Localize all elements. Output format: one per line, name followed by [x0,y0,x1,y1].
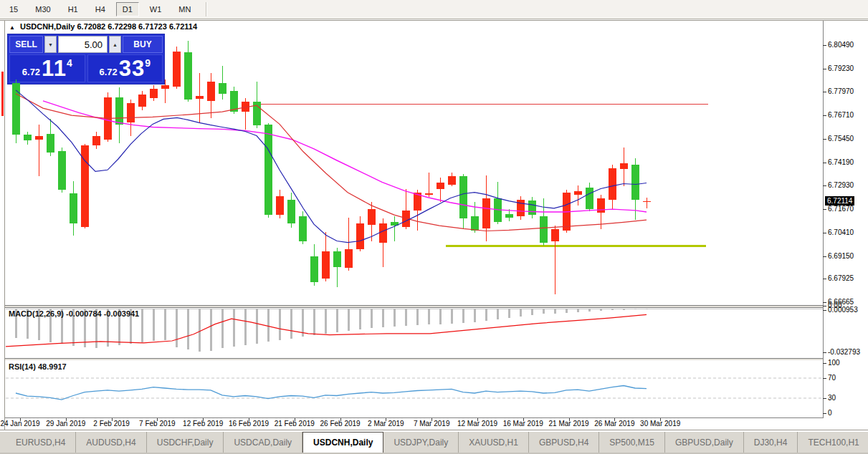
candle-body [448,176,456,185]
candle-body [345,249,353,268]
candle-body [24,135,32,140]
macd-axis-tick [823,306,826,306]
candle-body [276,196,284,215]
candle-body [471,216,479,231]
candle-body [631,165,639,200]
price-axis-tick [823,256,826,257]
chart-tab-xauusd-h1[interactable]: XAUUSD,H1 [459,432,529,453]
date-axis-tick [340,418,341,421]
candle-body [299,216,307,241]
chart-tab-usdcad-daily[interactable]: USDCAD,Daily [224,432,302,453]
price-axis-tick [823,92,826,92]
price-axis-tick [823,139,826,140]
candle-body [437,183,444,189]
date-axis-tick [112,418,113,421]
timeframe-button-m30[interactable]: M30 [29,2,57,16]
timeframe-button-mn[interactable]: MN [172,2,197,16]
date-axis-tick [431,418,432,421]
candle-body [70,193,77,223]
date-axis-tick [203,418,204,421]
price-axis-line [823,21,824,418]
macd-panel-top-border [5,307,823,308]
price-axis-label: 6.76710 [828,111,854,119]
candle-body [609,168,616,200]
chart-tab-usdchf-daily[interactable]: USDCHF,Daily [147,432,224,453]
toolbar-separator [206,2,207,16]
timeframe-button-h4[interactable]: H4 [89,2,112,16]
rsi-indicator-canvas[interactable] [6,360,823,417]
candle-body [459,176,467,218]
price-axis-label: 6.74190 [828,158,854,166]
rsi-splitter[interactable] [5,359,823,360]
candle-body [196,96,204,99]
date-axis-tick [569,418,570,421]
rsi-panel-bottom-border [5,417,823,418]
rsi-header: RSI(14) 48.9917 [9,362,67,371]
date-axis-tick [66,418,67,421]
price-axis-tick [823,115,826,116]
rsi-axis-tick [823,398,826,399]
chart-tab-eurusd-h4[interactable]: EURUSD,H4 [6,432,76,453]
chart-tab-gbpusd-daily[interactable]: GBPUSD,Daily [665,432,744,453]
candle-body [356,223,364,249]
rsi-axis-tick [823,363,826,364]
chart-frame-top [0,20,868,21]
chart-tab-dj30-h4[interactable]: DJ30,H4 [744,432,798,453]
candle-body [207,82,215,100]
chart-tab-bar: EURUSD,H4AUDUSD,H4USDCHF,DailyUSDCAD,Dai… [0,431,868,453]
timeframe-button-15[interactable]: 15 [3,2,24,16]
date-axis-tick [523,418,524,421]
candle-body [620,163,628,169]
candle-body [597,198,605,213]
mt4-terminal: 15M30H1H4D1W1MN ▲ USDCNH,Daily 6.72082 6… [0,0,868,454]
chart-frame-bottom [0,430,868,430]
candle-body [184,52,192,100]
macd-header: MACD(12,26,9) -0.000784 -0.003941 [9,309,139,318]
date-axis-tick [157,418,158,421]
macd-axis-label: 0.000953 [828,306,858,314]
macd-axis-tick [823,352,826,353]
candle-body [264,125,272,215]
candle-body [115,97,123,125]
price-axis-tick [823,185,826,186]
timeframe-toolbar: 15M30H1H4D1W1MN [0,0,868,19]
candle-body [12,83,20,135]
rsi-axis-label: 70 [828,374,836,382]
candle-body [138,95,146,107]
rsi-line [16,386,647,400]
rsi-name-label: RSI(14) [9,362,36,371]
date-axis-tick [20,418,21,421]
chart-tab-tech100-h1[interactable]: TECH100,H1 [798,432,868,453]
rsi-axis-label: 0 [828,409,832,417]
rsi-axis-label: 100 [828,359,840,367]
candle-body [540,216,548,243]
candle-body [58,151,66,190]
candle-body [551,229,559,241]
candle-body [173,52,181,87]
price-axis-label: 6.75450 [828,135,854,143]
chart-tab-sp500-m15[interactable]: SP500,M15 [599,432,665,453]
candle-body [643,201,651,203]
timeframe-button-d1[interactable]: D1 [116,2,139,16]
candle-body [482,198,490,228]
price-axis-tick [823,69,826,69]
rsi-axis-tick [823,413,826,414]
timeframe-button-w1[interactable]: W1 [143,2,168,16]
chart-tab-audusd-h4[interactable]: AUDUSD,H4 [76,432,146,453]
price-axis-tick [823,45,826,46]
chart-tab-usdcnh-daily[interactable]: USDCNH,Daily [302,432,383,453]
price-axis-label: 6.71670 [828,205,854,213]
timeframe-button-h1[interactable]: H1 [62,2,85,16]
candle-body [287,200,295,223]
candle-body [379,223,387,243]
price-chart-canvas[interactable] [0,21,823,305]
rsi-axis-label: 30 [828,394,836,402]
date-axis-tick [660,418,661,421]
candle-body [230,91,238,112]
price-axis-label: 6.69150 [828,252,854,260]
chart-tab-gbpusd-h4[interactable]: GBPUSD,H4 [529,432,599,453]
chart-tab-usdjpy-daily[interactable]: USDJPY,Daily [383,432,459,453]
candle-body [92,136,100,145]
candle-body [81,145,89,227]
price-axis-label: 6.72930 [828,181,854,189]
